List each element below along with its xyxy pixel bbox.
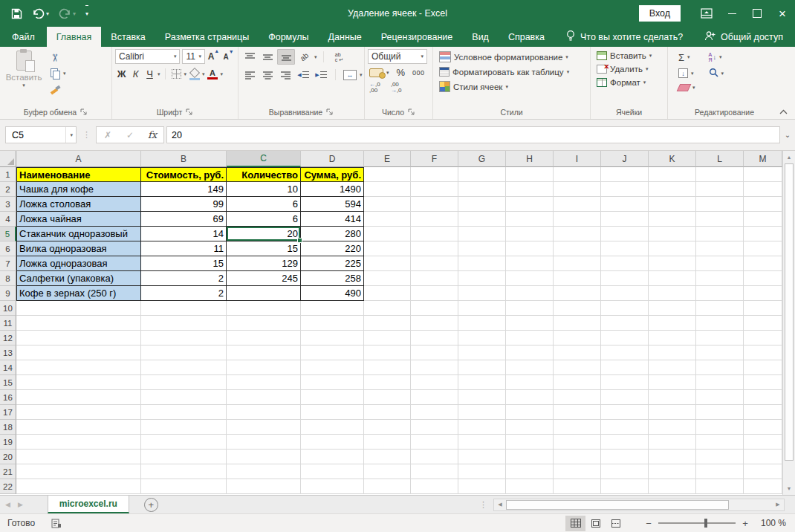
decrease-decimal-icon[interactable]: ,00→,0 xyxy=(389,81,403,94)
row-header-15[interactable]: 15 xyxy=(0,375,16,390)
cell-J17[interactable] xyxy=(601,405,649,420)
tab-review[interactable]: Рецензирование xyxy=(371,27,463,47)
cell-K12[interactable] xyxy=(649,331,696,346)
cell-G17[interactable] xyxy=(458,405,506,420)
cell-C5[interactable]: 20 xyxy=(227,227,301,241)
cell-D5[interactable]: 280 xyxy=(301,227,364,241)
column-header-I[interactable]: I xyxy=(554,151,601,167)
cell-L15[interactable] xyxy=(696,375,744,390)
cell-L7[interactable] xyxy=(696,256,744,271)
cell-G3[interactable] xyxy=(458,197,506,212)
cell-M15[interactable] xyxy=(744,375,782,390)
cell-K1[interactable] xyxy=(649,167,696,182)
cell-K14[interactable] xyxy=(649,360,696,375)
cell-G12[interactable] xyxy=(458,331,506,346)
row-header-8[interactable]: 8 xyxy=(0,271,16,286)
cell-M12[interactable] xyxy=(744,331,782,346)
format-as-table-button[interactable]: Форматировать как таблицу▾ xyxy=(436,65,572,78)
find-select-button[interactable]: ▾ xyxy=(706,66,727,80)
cell-J8[interactable] xyxy=(601,271,649,286)
cell-C4[interactable]: 6 xyxy=(227,212,301,227)
cell-H8[interactable] xyxy=(506,271,554,286)
cell-G22[interactable] xyxy=(458,479,506,494)
scroll-left-icon[interactable]: ◀ xyxy=(494,499,506,510)
undo-icon[interactable]: ▾ xyxy=(32,6,49,21)
cell-L10[interactable] xyxy=(696,301,744,316)
cell-H15[interactable] xyxy=(506,375,554,390)
cell-K16[interactable] xyxy=(649,390,696,405)
cell-M6[interactable] xyxy=(744,241,782,256)
decrease-font-icon[interactable]: А▼ xyxy=(222,50,235,64)
borders-button[interactable] xyxy=(170,67,183,81)
cell-L5[interactable] xyxy=(696,227,744,241)
cell-E6[interactable] xyxy=(364,241,411,256)
cell-K17[interactable] xyxy=(649,405,696,420)
cell-L19[interactable] xyxy=(696,435,744,450)
cell-L22[interactable] xyxy=(696,479,744,494)
cell-D10[interactable] xyxy=(301,301,364,316)
row-header-2[interactable]: 2 xyxy=(0,182,16,197)
cell-G20[interactable] xyxy=(458,450,506,464)
cell-J12[interactable] xyxy=(601,331,649,346)
cell-D2[interactable]: 1490 xyxy=(301,182,364,197)
cell-B1[interactable]: Стоимость, руб. xyxy=(141,167,227,182)
cell-A21[interactable] xyxy=(16,464,141,479)
cell-K6[interactable] xyxy=(649,241,696,256)
cell-M16[interactable] xyxy=(744,390,782,405)
ribbon-display-options-icon[interactable] xyxy=(694,0,719,27)
cell-H2[interactable] xyxy=(506,182,554,197)
cell-B2[interactable]: 149 xyxy=(141,182,227,197)
cell-G18[interactable] xyxy=(458,420,506,435)
cell-L11[interactable] xyxy=(696,316,744,331)
row-header-11[interactable]: 11 xyxy=(0,316,16,331)
fill-handle[interactable] xyxy=(297,238,302,243)
cell-J7[interactable] xyxy=(601,256,649,271)
cell-H12[interactable] xyxy=(506,331,554,346)
cell-A15[interactable] xyxy=(16,375,141,390)
close-button[interactable]: × xyxy=(770,0,795,27)
cell-K15[interactable] xyxy=(649,375,696,390)
cell-M11[interactable] xyxy=(744,316,782,331)
column-header-E[interactable]: E xyxy=(364,151,411,167)
cell-D21[interactable] xyxy=(301,464,364,479)
font-color-button[interactable]: А xyxy=(207,67,219,81)
cell-I19[interactable] xyxy=(554,435,601,450)
cell-F19[interactable] xyxy=(411,435,458,450)
cell-E11[interactable] xyxy=(364,316,411,331)
cell-D12[interactable] xyxy=(301,331,364,346)
cell-B10[interactable] xyxy=(141,301,227,316)
row-header-6[interactable]: 6 xyxy=(0,241,16,256)
cell-D4[interactable]: 414 xyxy=(301,212,364,227)
cell-E19[interactable] xyxy=(364,435,411,450)
cell-K4[interactable] xyxy=(649,212,696,227)
cell-E4[interactable] xyxy=(364,212,411,227)
cell-M17[interactable] xyxy=(744,405,782,420)
undo-dropdown-arrow[interactable]: ▾ xyxy=(46,10,49,17)
cell-J3[interactable] xyxy=(601,197,649,212)
align-middle-icon[interactable] xyxy=(259,50,276,64)
cell-I4[interactable] xyxy=(554,212,601,227)
cell-C2[interactable]: 10 xyxy=(227,182,301,197)
cell-J15[interactable] xyxy=(601,375,649,390)
cell-M14[interactable] xyxy=(744,360,782,375)
cell-A14[interactable] xyxy=(16,360,141,375)
cell-C20[interactable] xyxy=(227,450,301,464)
cell-H4[interactable] xyxy=(506,212,554,227)
cell-M5[interactable] xyxy=(744,227,782,241)
row-header-3[interactable]: 3 xyxy=(0,197,16,212)
cell-F20[interactable] xyxy=(411,450,458,464)
cell-H6[interactable] xyxy=(506,241,554,256)
row-header-10[interactable]: 10 xyxy=(0,301,16,316)
sheet-nav-right-icon[interactable]: ▶ xyxy=(13,501,28,508)
cell-E14[interactable] xyxy=(364,360,411,375)
cell-J19[interactable] xyxy=(601,435,649,450)
cell-D16[interactable] xyxy=(301,390,364,405)
cell-L12[interactable] xyxy=(696,331,744,346)
cell-C14[interactable] xyxy=(227,360,301,375)
cell-D17[interactable] xyxy=(301,405,364,420)
scroll-down-icon[interactable]: ▼ xyxy=(783,482,795,495)
cell-H5[interactable] xyxy=(506,227,554,241)
cell-M20[interactable] xyxy=(744,450,782,464)
cell-K5[interactable] xyxy=(649,227,696,241)
row-header-20[interactable]: 20 xyxy=(0,450,16,464)
